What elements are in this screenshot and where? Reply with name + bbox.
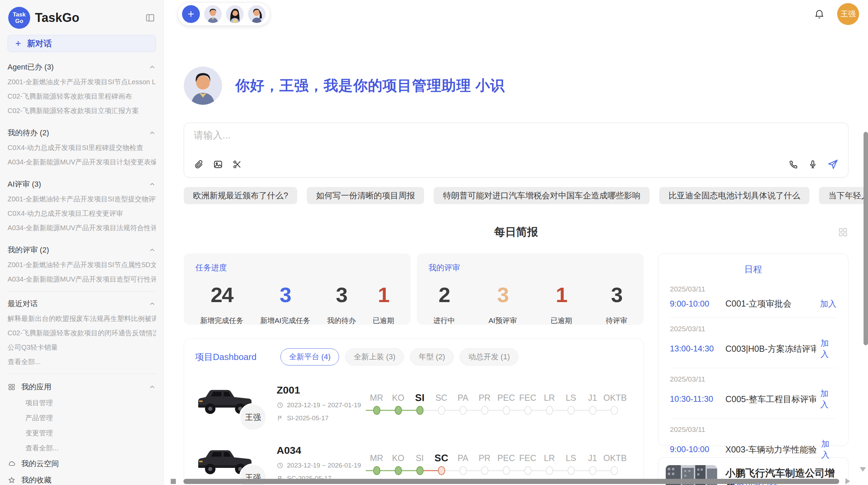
milestone-dot xyxy=(546,406,553,415)
milestone-oktb: OKTB xyxy=(603,451,625,476)
image-icon[interactable] xyxy=(213,159,223,170)
sidebar-item[interactable]: A034-全新新能源MUV产品开发项目计划变更表编写 xyxy=(8,155,156,169)
sidebar-item-project-mgmt[interactable]: 项目管理 xyxy=(8,395,156,410)
horizontal-scrollbar-thumb[interactable] xyxy=(183,479,839,484)
section-my-review[interactable]: 我的评审 (2) xyxy=(8,242,156,258)
recent-chat-item[interactable]: 解释最新出台的欧盟报废车法规再生塑料比例被调至15%... xyxy=(8,311,156,326)
avatar[interactable] xyxy=(204,5,222,23)
message-composer xyxy=(184,123,848,177)
vertical-scrollbar-thumb[interactable] xyxy=(864,132,868,345)
cloud-space-label: 我的云空间 xyxy=(21,459,59,469)
suggestion-chip[interactable]: 特朗普可能对进口汽车增税会对中国车企造成哪些影响 xyxy=(434,187,650,204)
project-name: Z001 xyxy=(277,384,363,396)
sidebar-item-apps-view-all[interactable]: 查看全部... xyxy=(8,440,156,456)
tab-model-year[interactable]: 年型 (2) xyxy=(410,348,454,365)
chevron-up-icon[interactable] xyxy=(148,246,156,254)
avatar[interactable] xyxy=(248,5,266,23)
chevron-up-icon[interactable] xyxy=(148,383,156,391)
tab-new-platform[interactable]: 全新平台 (4) xyxy=(280,348,339,365)
send-icon[interactable] xyxy=(827,159,839,170)
sidebar-item-my-apps[interactable]: 我的应用 xyxy=(8,379,156,395)
chevron-up-icon[interactable] xyxy=(148,181,156,188)
section-recent-chats[interactable]: 最近对话 xyxy=(8,296,156,311)
message-input[interactable] xyxy=(194,130,839,141)
sidebar: Task Go TaskGo 新对话 Agent已办 (3) Z001-全新燃油… xyxy=(0,0,164,485)
project-row-z001[interactable]: 王强 Z001 2023-12-19 ~ 2027-01-19 xyxy=(195,384,632,422)
notification-bell-icon[interactable] xyxy=(814,9,825,20)
sidebar-item-change-mgmt[interactable]: 变更管理 xyxy=(8,425,156,440)
event-date: 2025/03/11 xyxy=(670,425,836,434)
sidebar-item-favorites[interactable]: 我的收藏 xyxy=(8,472,156,485)
daily-briefing-title: 每日简报 xyxy=(184,225,848,240)
event-time: 10:30-11:30 xyxy=(670,394,725,404)
section-title: AI评审 (3) xyxy=(8,179,41,189)
stat-label: 新增AI完成任务 xyxy=(260,316,310,325)
milestone-dot xyxy=(438,406,445,415)
sidebar-item[interactable]: Z001-全新燃油轻卡产品开发项目SI造型提交物评审 xyxy=(8,192,156,206)
sidebar-header: Task Go TaskGo xyxy=(8,6,156,29)
milestone-j1: J1 xyxy=(582,391,603,415)
milestone-dot xyxy=(546,466,553,475)
sidebar-item-cloud-space[interactable]: 我的云空间 xyxy=(8,456,156,472)
cloud-icon xyxy=(8,460,16,468)
section-agent-done[interactable]: Agent已办 (3) xyxy=(8,60,156,75)
scissors-icon[interactable] xyxy=(232,159,242,170)
project-name: A034 xyxy=(277,445,363,456)
stat-value: 3 xyxy=(327,283,356,307)
layout-grid-icon[interactable] xyxy=(837,227,848,238)
scroll-right-arrow[interactable] xyxy=(845,478,850,484)
milestone-dot xyxy=(611,466,618,475)
attachment-icon[interactable] xyxy=(194,159,204,170)
section-my-todo[interactable]: 我的待办 (2) xyxy=(8,125,156,140)
event-time: 9:00-10:00 xyxy=(670,299,725,309)
dashboard-header: 项目Dashboard 全新平台 (4) 全新上装 (3) 年型 (2) 动总开… xyxy=(195,348,632,365)
chevron-up-icon[interactable] xyxy=(148,129,156,137)
sidebar-item[interactable]: Z001-全新燃油皮卡产品开发项目SI节点Lesson Learn报告 xyxy=(8,75,156,89)
suggestion-chip[interactable]: 欧洲新规最近颁布了什么? xyxy=(184,187,297,204)
suggestion-chip[interactable]: 比亚迪全固态电池计划具体说了什么 xyxy=(659,187,809,204)
recent-chat-item[interactable]: C02-飞腾新能源轻客改款项目的闭环通告反馈情况 xyxy=(8,326,156,340)
project-row-a034[interactable]: 王强 A034 2023-12-19 ~ 2026-01-19 xyxy=(195,444,632,483)
milestone-dot xyxy=(395,406,402,415)
phone-call-icon[interactable] xyxy=(788,159,799,170)
user-avatar[interactable]: 王强 xyxy=(837,3,859,25)
avatar[interactable] xyxy=(226,5,244,23)
tab-new-upfit[interactable]: 全新上装 (3) xyxy=(345,348,404,365)
sidebar-item[interactable]: C0X4-动力总成开发项目工程变更评审 xyxy=(8,206,156,221)
plus-icon xyxy=(14,39,22,48)
section-ai-review[interactable]: AI评审 (3) xyxy=(8,177,156,192)
stat-new-completed-tasks: 24 新增完成任务 xyxy=(200,283,243,325)
add-agent-button[interactable] xyxy=(182,5,200,23)
sidebar-item[interactable]: C02-飞腾新能源轻客改款项目里程碑画布 xyxy=(8,89,156,103)
event-date: 2025/03/11 xyxy=(670,285,836,293)
new-chat-button[interactable]: 新对话 xyxy=(8,35,156,52)
schedule-event: 2025/03/11 9:00-10:00 C001-立项审批会 加入 xyxy=(670,278,836,318)
suggestion-chip[interactable]: 当下年轻人对汽车外观有怎样的喜好趋势 xyxy=(819,187,868,204)
sidebar-item[interactable]: Z001-全新燃油轻卡产品开发项目SI节点属性5D文件评审 xyxy=(8,258,156,272)
sidebar-item[interactable]: C0X4-动力总成开发项目SI里程碑提交物检查 xyxy=(8,140,156,155)
microphone-icon[interactable] xyxy=(808,159,818,170)
sidebar-collapse-icon[interactable] xyxy=(145,13,155,23)
stat-value: 24 xyxy=(200,283,243,307)
join-link[interactable]: 加入 xyxy=(820,338,836,360)
stat-label: 待评审 xyxy=(606,316,627,325)
tab-powertrain-dev[interactable]: 动总开发 (1) xyxy=(460,348,518,365)
join-link[interactable]: 加入 xyxy=(820,388,836,410)
recent-chat-item[interactable]: 公司Q3轻卡销量 xyxy=(8,340,156,355)
sidebar-item-product-mgmt[interactable]: 产品管理 xyxy=(8,410,156,425)
join-link[interactable]: 加入 xyxy=(821,438,836,460)
sidebar-item[interactable]: C02-飞腾新能源轻客改款项目立项汇报方案 xyxy=(8,103,156,118)
join-link[interactable]: 加入 xyxy=(820,298,836,309)
new-chat-label: 新对话 xyxy=(27,38,52,49)
stat-new-ai-completed-tasks: 3 新增AI完成任务 xyxy=(260,283,310,325)
chevron-up-icon[interactable] xyxy=(148,300,156,308)
stat-label: 已逾期 xyxy=(373,316,394,325)
sidebar-item[interactable]: A034-全新新能源MUV产品开发项目造型可行性评审 xyxy=(8,272,156,286)
event-date: 2025/03/11 xyxy=(670,375,836,383)
suggestion-chip[interactable]: 如何写一份清晰的项目周报 xyxy=(307,187,424,204)
scroll-down-arrow[interactable] xyxy=(860,467,866,472)
sidebar-item[interactable]: A034-全新新能源MUV产品开发项目法规符合性评审 xyxy=(8,221,156,235)
chevron-up-icon[interactable] xyxy=(148,63,156,71)
recent-view-all[interactable]: 查看全部... xyxy=(8,355,156,369)
main-content: 你好，王强，我是你的项目管理助理 小识 xyxy=(164,25,868,485)
